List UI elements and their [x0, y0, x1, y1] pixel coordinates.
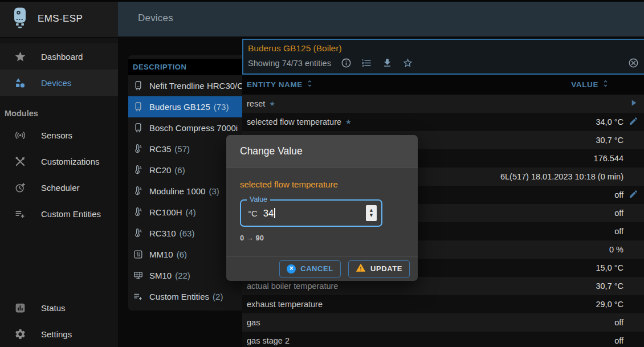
boiler-device-icon [133, 80, 144, 91]
sidebar-item-label: Scheduler [41, 183, 80, 193]
entity-name-column-label: ENTITY NAME [247, 80, 303, 89]
gear-icon [14, 328, 26, 340]
appbar: Devices [118, 0, 644, 36]
description-column-label: DESCRIPTION [133, 63, 186, 71]
playlist-add-icon [14, 207, 26, 220]
thermostat-device-icon: A [133, 207, 144, 218]
mixer-device-icon [133, 249, 144, 260]
entity-name: exhaust temperature [247, 300, 323, 309]
warning-triangle-icon [356, 263, 366, 275]
sort-unfold-icon [305, 79, 314, 90]
value-input[interactable]: Value °C 34 ▲ ▼ [240, 199, 382, 227]
entity-action [623, 98, 644, 110]
device-count: (4) [186, 207, 196, 217]
sidebar-item-devices[interactable]: Devices [0, 70, 118, 96]
entity-row[interactable]: selected flow temperature★34,0 °C [242, 113, 644, 131]
stepper-down-icon[interactable]: ▼ [370, 214, 373, 218]
entity-value: 30,7 °C [596, 136, 623, 145]
device-name: RC20 [149, 165, 171, 175]
sidebar-item-dashboard[interactable]: Dashboard [0, 43, 118, 70]
edit-pencil-icon[interactable] [629, 116, 638, 128]
entity-row[interactable]: reset★ [242, 95, 644, 113]
sidebar-item-customizations[interactable]: Customizations [0, 148, 118, 174]
entity-row[interactable]: gas stage 2off [242, 332, 644, 347]
device-count: (22) [175, 271, 190, 280]
sensors-icon [14, 129, 26, 141]
number-stepper[interactable]: ▲ ▼ [366, 205, 377, 221]
solar-device-icon [133, 270, 144, 281]
device-count: (73) [214, 102, 229, 112]
device-name: SM10 [149, 271, 172, 280]
sidebar-item-sensors[interactable]: Sensors [0, 122, 118, 148]
download-icon[interactable] [382, 58, 393, 68]
dialog-title: Change Value [240, 145, 303, 157]
entity-row[interactable]: exhaust temperature29,0 °C [242, 295, 644, 313]
device-row[interactable]: Custom Entities(2) [128, 286, 245, 307]
boiler-device-icon [133, 101, 144, 112]
edit-pencil-icon[interactable] [629, 189, 638, 201]
entity-value: 176.544 [594, 154, 623, 163]
entity-name: actual boiler temperature [247, 281, 338, 291]
entity-row[interactable]: gasoff [242, 313, 644, 332]
showing-entities-text: Showing 74/73 entities [248, 59, 331, 68]
sidebar-item-settings[interactable]: Settings [0, 321, 118, 347]
sort-unfold-icon [601, 79, 610, 90]
custom-device-icon [133, 291, 144, 302]
entity-value: 29,0 °C [596, 300, 623, 309]
entity-value: off [614, 190, 623, 199]
svg-text:A: A [139, 208, 142, 213]
entity-action [623, 116, 644, 128]
dialog-header: Change Value [226, 135, 418, 168]
app-logo-row: EMS-ESP [0, 0, 118, 38]
status-chart-icon [14, 301, 26, 314]
run-command-icon[interactable] [629, 98, 638, 110]
sidebar-item-custom-entities[interactable]: Custom Entities [0, 201, 118, 227]
device-name: Custom Entities [149, 292, 209, 301]
star-outline-icon[interactable] [402, 58, 413, 68]
cancel-button-label: CANCEL [300, 264, 333, 273]
update-button[interactable]: UPDATE [348, 260, 410, 277]
entity-value: off [614, 227, 623, 236]
close-icon[interactable] [628, 58, 639, 68]
entity-name: gas [247, 318, 260, 327]
cancel-button[interactable]: × CANCEL [279, 260, 341, 277]
sidebar-item-label: Dashboard [41, 52, 83, 62]
entity-value: 0 % [609, 245, 623, 254]
svg-text:A: A [139, 187, 142, 191]
update-button-label: UPDATE [370, 264, 402, 273]
svg-text:A: A [139, 229, 142, 234]
device-count: (6) [177, 250, 187, 259]
info-icon[interactable] [341, 58, 352, 68]
entity-value: 6L(517) 18.01.2023 10:18 (0 min) [500, 172, 623, 181]
device-name: RC35 [149, 144, 171, 154]
sidebar-item-status[interactable]: Status [0, 295, 118, 321]
sidebar-item-label: Settings [41, 329, 72, 339]
sort-by-value[interactable]: VALUE [571, 79, 610, 90]
entity-value: 34,0 °C [596, 117, 623, 126]
dialog-body: selected flow temperature Value °C 34 ▲ … [226, 168, 418, 242]
device-row[interactable]: Nefit Trendline HRC30/C [128, 75, 245, 96]
entity-value: off [614, 336, 623, 345]
device-table-header[interactable]: DESCRIPTION [128, 59, 245, 75]
sidebar-item-label: Customizations [41, 157, 100, 166]
sidebar-item-scheduler[interactable]: Scheduler [0, 174, 118, 201]
devices-shapes-icon [14, 76, 26, 89]
device-row[interactable]: Buderus GB125(73) [128, 96, 245, 117]
entity-value: off [614, 318, 623, 327]
sidebar-item-label: Sensors [41, 130, 72, 140]
ems-esp-app: EMS-ESP Dashboard Devices Modules [0, 0, 644, 347]
favorite-star-icon: ★ [269, 100, 275, 108]
sidebar-item-label: Devices [41, 78, 71, 88]
svg-text:A: A [139, 145, 142, 149]
sort-by-entity-name[interactable]: ENTITY NAME [247, 79, 314, 90]
list-numbered-icon[interactable] [361, 58, 372, 68]
sidebar-item-label: Custom Entities [41, 209, 101, 219]
device-count: (2) [213, 292, 223, 301]
thermostat-device-icon: A [133, 144, 144, 154]
device-count: (3) [209, 186, 219, 196]
thermostat-device-icon: A [133, 186, 144, 197]
boiler-logo-icon [11, 7, 28, 31]
page-title: Devices [138, 13, 173, 24]
device-count: (63) [180, 228, 195, 238]
stepper-up-icon[interactable]: ▲ [370, 209, 373, 213]
